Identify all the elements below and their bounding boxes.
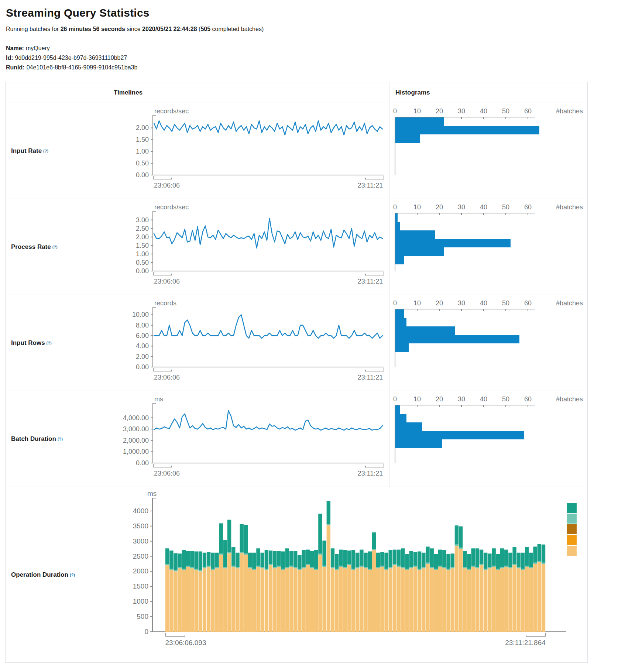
svg-text:500: 500 — [137, 613, 148, 620]
batch-duration-label: Batch Duration — [11, 435, 56, 443]
svg-text:20: 20 — [436, 107, 443, 115]
svg-text:50: 50 — [502, 395, 509, 403]
svg-text:0: 0 — [393, 299, 397, 307]
start-timestamp: 2020/05/21 22:44:28 — [142, 26, 197, 32]
id-label: Id: — [6, 55, 13, 61]
svg-text:0: 0 — [393, 107, 397, 115]
query-name-row: Name:myQuery — [6, 44, 619, 53]
batch-duration-timeline-chart: ms4,000.003,000.002,000.001,000.000.0023… — [108, 391, 390, 487]
svg-text:60: 60 — [524, 299, 532, 307]
svg-text:60: 60 — [524, 395, 532, 403]
help-icon[interactable]: (?) — [70, 573, 75, 577]
svg-text:60: 60 — [524, 107, 532, 115]
svg-text:30: 30 — [458, 395, 465, 403]
query-metadata: Name:myQuery Id:9d0dd219-995d-423e-b97d-… — [6, 44, 619, 72]
svg-text:#batches: #batches — [556, 107, 583, 115]
input-rows-label: Input Rows — [11, 339, 45, 347]
svg-text:1.50: 1.50 — [136, 136, 149, 143]
svg-text:2,000.00: 2,000.00 — [123, 437, 149, 444]
input-rows-histogram-chart: 0102030405060#batches — [390, 295, 587, 391]
help-icon[interactable]: (?) — [43, 149, 48, 153]
svg-text:0: 0 — [144, 628, 148, 635]
svg-text:1,000.00: 1,000.00 — [123, 448, 149, 455]
svg-text:23:11:21: 23:11:21 — [358, 470, 383, 477]
svg-text:1.50: 1.50 — [136, 242, 149, 249]
svg-text:40: 40 — [480, 395, 487, 403]
svg-text:23:06:06: 23:06:06 — [154, 470, 180, 477]
statistics-table: Timelines Histograms Input Rate (?) reco… — [5, 82, 588, 663]
svg-text:2.00: 2.00 — [136, 353, 149, 360]
svg-text:20: 20 — [436, 203, 443, 211]
svg-text:0.00: 0.00 — [136, 459, 149, 467]
table-row-input-rate: Input Rate (?) records/sec2.001.501.000.… — [6, 103, 587, 199]
svg-text:20: 20 — [436, 299, 443, 307]
operation-duration-stacked-chart: ms4000350030002500200015001000500023:06:… — [108, 487, 587, 662]
column-header-timelines: Timelines — [108, 82, 390, 103]
svg-text:#batches: #batches — [556, 203, 583, 211]
svg-text:4000: 4000 — [133, 507, 148, 515]
svg-text:10.00: 10.00 — [132, 311, 149, 318]
running-duration: 26 minutes 56 seconds — [61, 26, 125, 32]
svg-text:2.00: 2.00 — [136, 233, 149, 241]
svg-text:0.00: 0.00 — [136, 171, 149, 179]
svg-text:23:11:21: 23:11:21 — [358, 182, 383, 189]
help-icon[interactable]: (?) — [47, 341, 52, 345]
page-title: Streaming Query Statistics — [6, 7, 619, 19]
completed-batches-count: 505 — [200, 26, 210, 32]
svg-text:1500: 1500 — [133, 582, 148, 590]
svg-text:0.50: 0.50 — [136, 259, 149, 266]
row-label-cell: Batch Duration (?) — [6, 391, 108, 487]
summary-text: Running batches for — [6, 26, 61, 32]
svg-text:records: records — [154, 299, 176, 307]
svg-text:23:11:21: 23:11:21 — [358, 278, 383, 285]
svg-text:40: 40 — [480, 203, 487, 211]
input-rate-histogram-chart: 0102030405060#batches — [390, 103, 587, 199]
svg-text:30: 30 — [458, 299, 465, 307]
summary-text: completed batches) — [210, 26, 264, 32]
svg-text:8.00: 8.00 — [136, 322, 149, 329]
batch-duration-histogram-chart: 0102030405060#batches — [390, 391, 587, 487]
help-icon[interactable]: (?) — [52, 245, 58, 249]
svg-text:23:11:21.864: 23:11:21.864 — [505, 639, 546, 647]
name-value: myQuery — [26, 45, 50, 51]
svg-text:records/sec: records/sec — [154, 107, 189, 115]
svg-text:ms: ms — [147, 490, 157, 497]
svg-text:23:06:06.093: 23:06:06.093 — [165, 639, 206, 647]
svg-text:40: 40 — [480, 299, 487, 307]
svg-text:0.50: 0.50 — [136, 160, 149, 167]
svg-text:1.00: 1.00 — [136, 250, 149, 258]
streaming-query-statistics-page: Streaming Query Statistics Running batch… — [0, 0, 625, 672]
table-header-row: Timelines Histograms — [6, 82, 587, 103]
svg-text:23:11:21: 23:11:21 — [358, 374, 383, 381]
svg-text:6.00: 6.00 — [136, 332, 149, 339]
header-empty-cell — [6, 82, 108, 103]
svg-text:50: 50 — [502, 203, 509, 211]
svg-text:3,000.00: 3,000.00 — [123, 425, 149, 433]
runid-label: RunId: — [6, 64, 25, 71]
row-label-cell: Input Rows (?) — [6, 295, 108, 391]
svg-text:23:06:06: 23:06:06 — [154, 278, 180, 285]
svg-text:2.00: 2.00 — [136, 124, 149, 131]
row-label-cell: Input Rate (?) — [6, 103, 108, 199]
svg-text:4,000.00: 4,000.00 — [123, 414, 149, 422]
svg-text:23:06:06: 23:06:06 — [154, 182, 180, 189]
svg-text:50: 50 — [502, 299, 509, 307]
svg-text:2000: 2000 — [133, 567, 148, 575]
process-rate-timeline-chart: records/sec3.002.502.001.501.000.500.002… — [108, 199, 390, 295]
svg-text:ms: ms — [154, 395, 163, 403]
table-row-process-rate: Process Rate (?) records/sec3.002.502.00… — [6, 199, 587, 295]
svg-text:10: 10 — [413, 299, 421, 307]
running-batches-summary: Running batches for 26 minutes 56 second… — [6, 26, 619, 32]
svg-text:3.00: 3.00 — [136, 216, 149, 224]
svg-text:10: 10 — [413, 107, 421, 115]
svg-text:1000: 1000 — [133, 597, 148, 605]
svg-text:4.00: 4.00 — [136, 342, 149, 350]
help-icon[interactable]: (?) — [58, 437, 63, 441]
operation-duration-label: Operation Duration — [11, 571, 68, 579]
svg-text:23:06:06: 23:06:06 — [154, 374, 180, 381]
svg-text:3000: 3000 — [133, 537, 148, 545]
query-id-row: Id:9d0dd219-995d-423e-b97d-36931110bb27 — [6, 53, 619, 63]
svg-text:50: 50 — [502, 107, 509, 115]
name-label: Name: — [6, 45, 24, 51]
svg-text:0.00: 0.00 — [136, 363, 149, 371]
